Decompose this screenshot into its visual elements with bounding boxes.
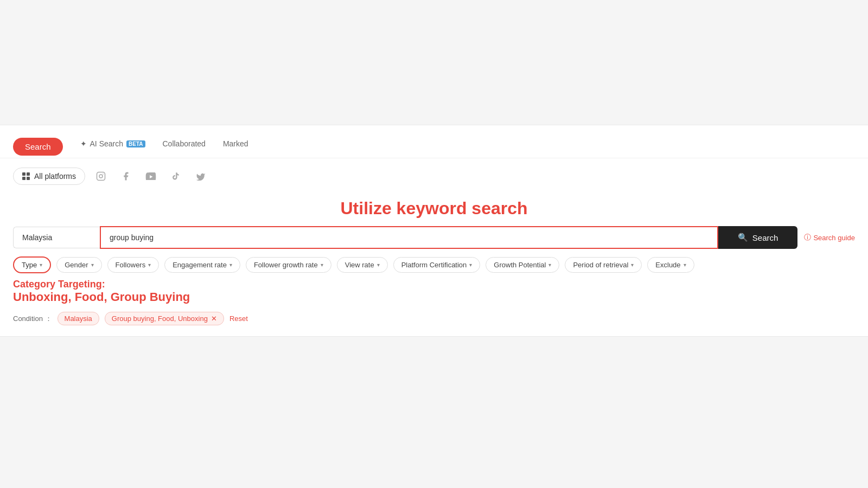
exclude-filter-label: Exclude	[655, 261, 680, 269]
grid-icon	[22, 172, 30, 180]
engagement-rate-filter-button[interactable]: Engagement rate ▾	[164, 257, 240, 273]
instagram-icon[interactable]	[92, 167, 110, 185]
condition-tag-categories-text: Group buying, Food, Unboxing	[112, 314, 208, 323]
exclude-filter-button[interactable]: Exclude ▾	[647, 257, 694, 273]
collaborated-label: Collaborated	[163, 139, 206, 148]
location-input[interactable]	[13, 227, 100, 248]
followers-filter-button[interactable]: Followers ▾	[107, 257, 159, 273]
svg-point-2	[103, 174, 104, 175]
reset-link[interactable]: Reset	[229, 314, 248, 323]
growth-potential-filter-button[interactable]: Growth Potential ▾	[486, 257, 559, 273]
follower-growth-rate-filter-label: Follower growth rate	[254, 261, 318, 269]
followers-filter-label: Followers	[116, 261, 146, 269]
engagement-rate-filter-label: Engagement rate	[173, 261, 227, 269]
marked-label: Marked	[223, 139, 248, 148]
marked-tab[interactable]: Marked	[214, 135, 257, 158]
twitter-icon[interactable]	[192, 167, 210, 185]
follower-growth-rate-filter-button[interactable]: Follower growth rate ▾	[246, 257, 331, 273]
followers-chevron-icon: ▾	[148, 262, 151, 268]
view-rate-chevron-icon: ▾	[377, 262, 380, 268]
view-rate-filter-label: View rate	[345, 261, 374, 269]
youtube-icon[interactable]	[142, 167, 160, 185]
growth-potential-filter-label: Growth Potential	[494, 261, 546, 269]
type-filter-button[interactable]: Type ▾	[13, 256, 51, 273]
platform-certification-filter-button[interactable]: Platform Certification ▾	[393, 257, 481, 273]
ai-search-label: AI Search	[90, 139, 123, 148]
follower-growth-rate-chevron-icon: ▾	[321, 262, 323, 268]
ai-search-icon: ✦	[80, 139, 87, 148]
filters-row: Type ▾ Gender ▾ Followers ▾ Engagement r…	[0, 249, 868, 278]
all-platforms-button[interactable]: All platforms	[13, 168, 85, 185]
gender-filter-label: Gender	[65, 261, 88, 269]
collaborated-tab[interactable]: Collaborated	[154, 135, 214, 158]
all-platforms-label: All platforms	[34, 172, 76, 181]
search-button-icon: 🔍	[738, 233, 748, 242]
keyword-input-wrapper	[100, 226, 718, 249]
tiktok-icon[interactable]	[167, 167, 185, 185]
category-targeting-items: Unboxing, Food, Group Buying	[13, 290, 855, 304]
condition-tag-categories: Group buying, Food, Unboxing ✕	[105, 312, 224, 325]
platform-row: All platforms	[0, 158, 868, 194]
svg-rect-0	[97, 172, 105, 181]
search-guide-link[interactable]: ⓘ Search guide	[804, 233, 855, 242]
period-of-retrieval-filter-button[interactable]: Period of retrieval ▾	[565, 257, 642, 273]
condition-row: Condition ： Malaysia Group buying, Food,…	[0, 306, 868, 336]
search-guide-icon: ⓘ	[804, 233, 811, 242]
search-bar-row: 🔍 Search ⓘ Search guide	[0, 226, 868, 249]
growth-potential-chevron-icon: ▾	[548, 262, 551, 268]
gender-filter-button[interactable]: Gender ▾	[56, 257, 101, 273]
exclude-chevron-icon: ▾	[684, 262, 686, 268]
platform-certification-chevron-icon: ▾	[469, 262, 472, 268]
category-annotation: Category Targeting: Unboxing, Food, Grou…	[0, 278, 868, 306]
beta-badge: BETA	[126, 140, 145, 147]
facebook-icon[interactable]	[117, 167, 135, 185]
ai-search-tab[interactable]: ✦ AI Search BETA	[72, 135, 154, 158]
engagement-rate-chevron-icon: ▾	[229, 262, 232, 268]
keyword-input[interactable]	[101, 227, 717, 248]
period-of-retrieval-filter-label: Period of retrieval	[573, 261, 628, 269]
search-button-label: Search	[752, 233, 778, 242]
gender-chevron-icon: ▾	[91, 262, 94, 268]
nav-tabs: Search ✦ AI Search BETA Collaborated Mar…	[0, 125, 868, 158]
condition-tag-remove-icon[interactable]: ✕	[211, 314, 217, 323]
svg-point-1	[99, 175, 103, 178]
search-guide-label: Search guide	[813, 234, 855, 242]
category-targeting-title: Category Targeting:	[13, 279, 855, 290]
search-button[interactable]: 🔍 Search	[718, 226, 798, 249]
period-of-retrieval-chevron-icon: ▾	[631, 262, 634, 268]
main-container: Search ✦ AI Search BETA Collaborated Mar…	[0, 125, 868, 337]
type-chevron-icon: ▾	[40, 262, 42, 268]
top-spacer	[0, 0, 868, 125]
condition-label: Condition ：	[13, 314, 52, 324]
platform-certification-filter-label: Platform Certification	[401, 261, 467, 269]
keyword-search-title: Utilize keyword search	[0, 194, 868, 226]
condition-tag-malaysia: Malaysia	[58, 312, 99, 325]
search-tab-button[interactable]: Search	[13, 138, 63, 156]
type-filter-label: Type	[22, 261, 37, 269]
view-rate-filter-button[interactable]: View rate ▾	[337, 257, 388, 273]
